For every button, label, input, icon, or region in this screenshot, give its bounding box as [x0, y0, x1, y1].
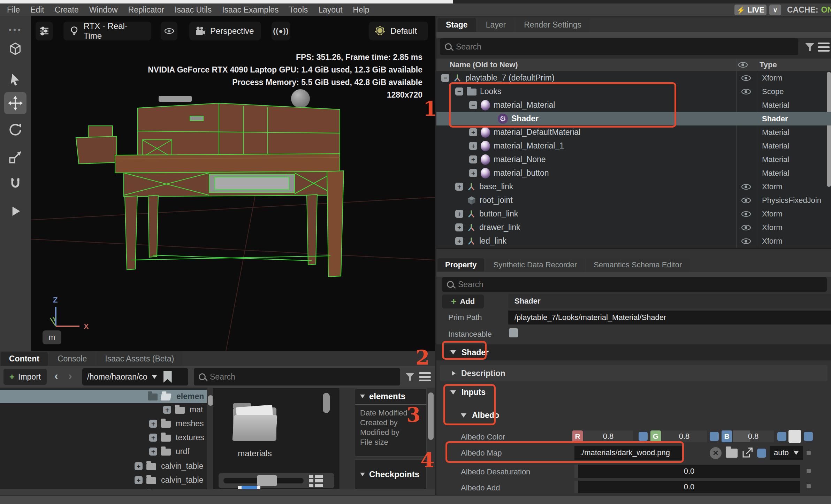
tab-isaac-assets[interactable]: Isaac Assets (Beta)	[97, 352, 182, 366]
content-tree-row[interactable]: + urdf	[0, 445, 207, 458]
stage-row[interactable]: + drawer_link Xform	[436, 221, 831, 234]
stage-row-selected[interactable]: ⚙ Shader Shader	[436, 112, 831, 125]
map-default-indicator[interactable]	[807, 451, 811, 455]
prim-name-field[interactable]: Shader	[508, 294, 831, 308]
expand-icon[interactable]: +	[149, 448, 157, 456]
path-breadcrumb[interactable]: /home/haoran/co	[82, 368, 188, 385]
slider-thumb[interactable]	[257, 475, 277, 486]
visibility-button[interactable]	[161, 22, 177, 40]
stage-search-input[interactable]	[456, 42, 793, 52]
menu-file[interactable]: File	[7, 5, 20, 15]
content-options-icon[interactable]	[419, 372, 431, 381]
content-tree-row[interactable]: + textures	[0, 431, 207, 444]
content-tree-row[interactable]: + calvin_table	[0, 459, 207, 473]
r-link-toggle[interactable]	[639, 432, 648, 441]
live-dropdown-button[interactable]: ∨	[769, 5, 781, 15]
forward-icon[interactable]: ›	[68, 369, 72, 382]
audio-button[interactable]: ((●))	[272, 22, 290, 40]
expand-icon[interactable]: +	[469, 155, 477, 163]
rotate-tool-icon[interactable]	[0, 122, 31, 137]
b-value-field[interactable]: 0.8	[733, 430, 774, 442]
stage-row[interactable]: − playtable_7 (defaultPrim) Xform	[436, 71, 831, 85]
content-search[interactable]	[194, 368, 400, 385]
menu-tools[interactable]: Tools	[289, 5, 308, 15]
visibility-eye-icon[interactable]	[741, 184, 751, 190]
property-search[interactable]	[442, 277, 827, 292]
colorspace-dropdown[interactable]: auto	[770, 446, 803, 460]
collapse-icon[interactable]: −	[469, 101, 477, 109]
content-tree-row[interactable]: + meshes	[0, 417, 207, 430]
scene-lighting-button[interactable]: Default	[369, 22, 428, 40]
collapse-icon[interactable]: −	[455, 87, 463, 96]
albedo-map-field[interactable]: ./materials/dark_wood.png	[574, 446, 684, 460]
stage-row[interactable]: + button_link Xform	[436, 207, 831, 221]
content-tree-pane[interactable]: elemen + mat + meshes + textures + urdf	[0, 388, 207, 489]
stage-row[interactable]: − Looks Scope	[436, 85, 831, 98]
tab-content[interactable]: Content	[1, 352, 48, 366]
tab-console[interactable]: Console	[49, 352, 95, 366]
map-link-toggle[interactable]	[757, 449, 766, 458]
expand-icon[interactable]: +	[149, 420, 157, 428]
expand-icon[interactable]: +	[149, 434, 157, 442]
expand-icon[interactable]: +	[135, 476, 143, 484]
grid-view-toggle-icon[interactable]	[309, 475, 323, 487]
details-header[interactable]: elements	[355, 389, 426, 405]
add-button[interactable]: + Add	[442, 295, 484, 308]
camera-button[interactable]: Perspective	[189, 22, 261, 40]
stage-filter-icon[interactable]	[803, 41, 816, 53]
clear-map-icon[interactable]: ✕	[710, 447, 722, 459]
menu-edit[interactable]: Edit	[30, 5, 44, 15]
menu-isaac-examples[interactable]: Isaac Examples	[222, 5, 279, 15]
expand-icon[interactable]: +	[469, 128, 477, 136]
tab-semantics-schema-editor[interactable]: Semantics Schema Editor	[586, 258, 689, 272]
render-mode-button[interactable]: RTX - Real-Time	[63, 22, 151, 40]
expand-icon[interactable]: +	[163, 406, 171, 414]
instanceable-checkbox[interactable]	[509, 328, 518, 337]
visibility-eye-icon[interactable]	[741, 198, 751, 203]
stage-row[interactable]: + material_DefaultMaterial Material	[436, 125, 831, 139]
r-value-field[interactable]: 0.8	[584, 430, 633, 442]
thumbnail-size-slider[interactable]	[223, 478, 304, 483]
visibility-eye-icon[interactable]	[741, 225, 751, 230]
viewport[interactable]: RTX - Real-Time Perspective ((●)) Defaul…	[31, 16, 435, 351]
bookmark-icon[interactable]	[163, 371, 172, 383]
g-value-field[interactable]: 0.8	[662, 430, 707, 442]
inputs-section-header[interactable]: Inputs	[450, 388, 486, 397]
g-link-toggle[interactable]	[710, 432, 719, 441]
expand-icon[interactable]: +	[455, 223, 463, 231]
menu-create[interactable]: Create	[55, 5, 79, 15]
menu-layout[interactable]: Layout	[318, 5, 342, 15]
tab-synthetic-data-recorder[interactable]: Synthetic Data Recorder	[486, 258, 585, 272]
prim-path-field[interactable]: /playtable_7/Looks/material_Material/Sha…	[508, 311, 831, 324]
expand-icon[interactable]: +	[455, 210, 463, 218]
stage-row[interactable]: + material_Material_1 Material	[436, 139, 831, 153]
content-grid-pane[interactable]: materials	[213, 388, 340, 489]
details-scrollbar[interactable]	[428, 392, 434, 440]
column-name-label[interactable]: Name (Old to New)	[436, 60, 736, 69]
tab-stage[interactable]: Stage	[437, 18, 476, 32]
column-type-label[interactable]: Type	[748, 60, 777, 69]
stage-row[interactable]: − material_Material Material	[436, 98, 831, 112]
menu-window[interactable]: Window	[89, 5, 118, 15]
expand-icon[interactable]: +	[135, 462, 143, 470]
content-tree-row[interactable]: + calvin_table	[0, 473, 207, 487]
view-cube-icon[interactable]	[0, 41, 31, 57]
unit-button[interactable]: m	[43, 330, 61, 344]
color-swatch[interactable]	[788, 430, 801, 443]
snap-tool-icon[interactable]	[0, 176, 31, 191]
back-icon[interactable]: ‹	[54, 369, 58, 382]
menu-isaac-utils[interactable]: Isaac Utils	[175, 5, 212, 15]
expand-icon[interactable]: +	[455, 183, 463, 191]
play-button-icon[interactable]	[0, 204, 31, 218]
stage-row[interactable]: + material_None Material	[436, 153, 831, 166]
expand-icon[interactable]: +	[455, 237, 463, 245]
toolbar-grip-icon[interactable]: ●●●	[0, 26, 31, 32]
content-search-input[interactable]	[210, 372, 395, 382]
menu-help[interactable]: Help	[353, 5, 369, 15]
stage-row[interactable]: + material_button Material	[436, 166, 831, 180]
desaturation-default-indicator[interactable]	[807, 469, 811, 473]
browse-folder-icon[interactable]	[726, 449, 738, 458]
albedo-section-header[interactable]: Albedo	[461, 411, 499, 420]
tab-layer[interactable]: Layer	[478, 18, 514, 32]
color-link-toggle[interactable]	[804, 432, 813, 441]
